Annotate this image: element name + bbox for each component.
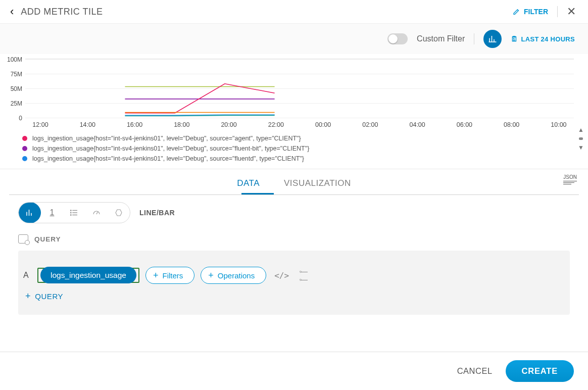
number-one-icon: 1 [50,208,55,217]
chart-panel: 100M 75M 50M 25M 0 12:0014:0016:0018:002… [0,55,588,169]
gauge-icon [92,208,101,217]
time-range-button[interactable]: 🗓 LAST 24 HOURS [511,35,575,43]
add-query-button[interactable]: + QUERY [25,291,558,302]
divider [557,6,558,17]
add-operations-button[interactable]: + Operations [201,267,266,284]
legend-item[interactable]: logs_ingestion_usage{host="int-sv4-jenki… [22,143,574,154]
x-tick: 00:00 [308,121,338,128]
query-title: QUERY [34,235,61,243]
custom-filter-toggle[interactable] [387,33,408,44]
query-title-row: QUERY [18,234,570,243]
x-axis: 12:0014:0016:0018:0020:0022:0000:0002:00… [25,118,574,128]
y-tick: 100M [4,56,22,63]
x-tick: 14:00 [72,121,103,128]
query-letter: A [23,271,30,280]
plus-icon: + [153,271,159,280]
bar-chart-icon [25,208,34,217]
editor-tabs: DATA VISUALIZATION JSON [9,169,579,194]
time-range-label: LAST 24 HOURS [521,35,575,43]
chart-type-pills: 1 [18,202,130,223]
tab-underline [241,193,274,194]
tab-data[interactable]: DATA [225,171,272,194]
page-title: ADD METRIC TILE [21,7,103,17]
chart-legend: logs_ingestion_usage{host="int-sv4-jenki… [22,133,574,164]
json-label: JSON [563,174,577,180]
x-tick: 06:00 [449,121,479,128]
json-mode-button[interactable]: JSON [563,174,577,184]
close-button[interactable]: ✕ [567,6,576,17]
tab-visualization[interactable]: VISUALIZATION [272,171,363,194]
metric-highlight: logs_ingestion_usage [37,268,139,283]
svg-point-3 [71,210,72,211]
query-search-icon [18,234,28,243]
scroll-thumb-icon[interactable] [579,137,583,140]
plus-icon: + [208,271,214,280]
chart-type-list[interactable] [63,202,85,223]
chart-lines [25,59,574,118]
x-tick: 02:00 [355,121,385,128]
x-tick: 10:00 [544,121,574,128]
legend-item[interactable]: logs_ingestion_usage{host="int-sv4-jenki… [22,154,574,164]
x-tick: 16:00 [120,121,150,128]
create-button[interactable]: CREATE [506,360,574,382]
back-button[interactable]: ‹ [10,6,14,17]
chart-type-line-bar[interactable] [19,202,41,223]
cancel-button[interactable]: CANCEL [457,366,493,376]
options-bar: Custom Filter 🗓 LAST 24 HOURS [0,24,588,55]
legend-label: logs_ingestion_usage{host="int-sv4-jenki… [32,155,304,162]
filter-button[interactable]: FILTER [513,8,548,16]
chart-type-row: 1 LINE/BAR [18,202,570,223]
operations-label: Operations [218,271,255,280]
x-tick: 08:00 [497,121,527,128]
plus-icon: + [25,291,31,302]
scroll-down-icon[interactable]: ▼ [578,144,584,151]
divider [474,33,474,44]
footer: CANCEL CREATE [0,352,588,390]
chart-type-gauge[interactable] [85,202,108,223]
legend-color-dot [22,146,27,151]
query-box: A logs_ingestion_usage + Filters + Opera… [18,251,570,315]
filter-label: FILTER [524,8,548,16]
legend-color-dot [22,156,27,161]
legend-color-dot [22,136,27,141]
svg-line-6 [96,212,97,215]
add-filters-button[interactable]: + Filters [145,267,194,284]
svg-point-4 [71,212,72,213]
legend-label: logs_ingestion_usage{host="int-sv4-jenki… [32,145,309,152]
x-tick: 04:00 [402,121,432,128]
edit-filter-icon [513,8,521,16]
hex-icon [114,208,123,217]
filters-label: Filters [162,271,183,280]
legend-label: logs_ingestion_usage{host="int-sv4-jenki… [32,135,301,142]
chart-type-single[interactable]: 1 [41,202,63,223]
x-tick: 18:00 [167,121,197,128]
bar-chart-icon [488,34,497,43]
options-button[interactable]: ◦—◦— [297,267,309,283]
custom-filter-label: Custom Filter [417,34,465,43]
x-tick: 12:00 [25,121,56,128]
list-icon [70,208,79,217]
metric-chip[interactable]: logs_ingestion_usage [40,267,136,283]
svg-marker-7 [116,210,122,216]
chart-type-label: LINE/BAR [139,209,175,217]
y-tick: 75M [4,71,22,78]
page-header: ‹ ADD METRIC TILE FILTER ✕ [0,0,588,24]
chart-type-hex[interactable] [108,202,130,223]
x-tick: 22:00 [261,121,291,128]
tabs-divider [9,194,579,195]
legend-scroll-hints: ▲ ▼ [578,126,584,151]
y-tick: 25M [4,100,22,107]
calendar-clock-icon: 🗓 [511,35,518,43]
chart-view-button[interactable] [483,30,502,48]
y-tick: 0 [4,115,22,122]
svg-point-5 [71,215,72,216]
scroll-up-icon[interactable]: ▲ [578,126,584,133]
legend-item[interactable]: logs_ingestion_usage{host="int-sv4-jenki… [22,133,574,143]
x-tick: 20:00 [214,121,244,128]
chart-plot-area: 100M 75M 50M 25M 0 [25,59,574,118]
y-tick: 50M [4,85,22,92]
add-query-label: QUERY [35,292,63,301]
code-view-button[interactable]: </> [272,271,291,280]
query-row: A logs_ingestion_usage + Filters + Opera… [23,267,558,284]
